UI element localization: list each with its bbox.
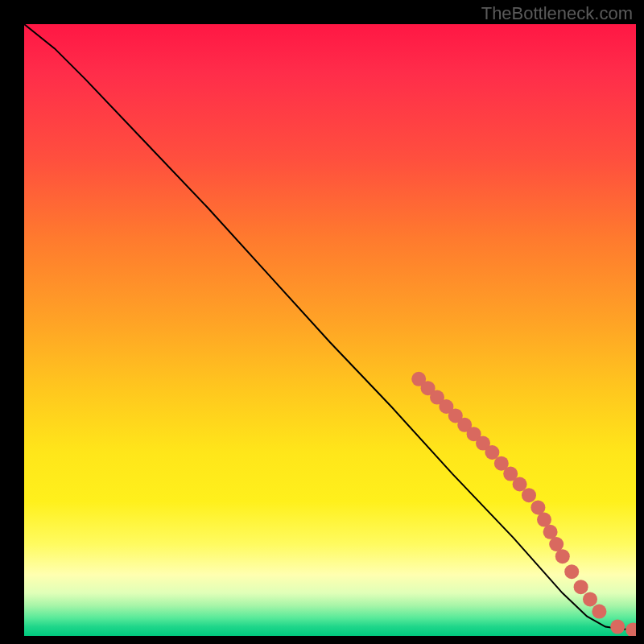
data-marker (610, 620, 625, 634)
markers-group (411, 372, 636, 636)
watermark-text: TheBottleneck.com (481, 3, 633, 24)
curve-line (24, 24, 636, 630)
data-marker (574, 580, 588, 594)
data-marker (564, 564, 579, 579)
data-marker (522, 488, 536, 502)
data-marker (555, 549, 570, 564)
data-marker (592, 605, 606, 619)
data-marker (625, 622, 636, 636)
chart-overlay (24, 24, 636, 636)
data-marker (583, 592, 597, 606)
plot-area (24, 24, 636, 636)
